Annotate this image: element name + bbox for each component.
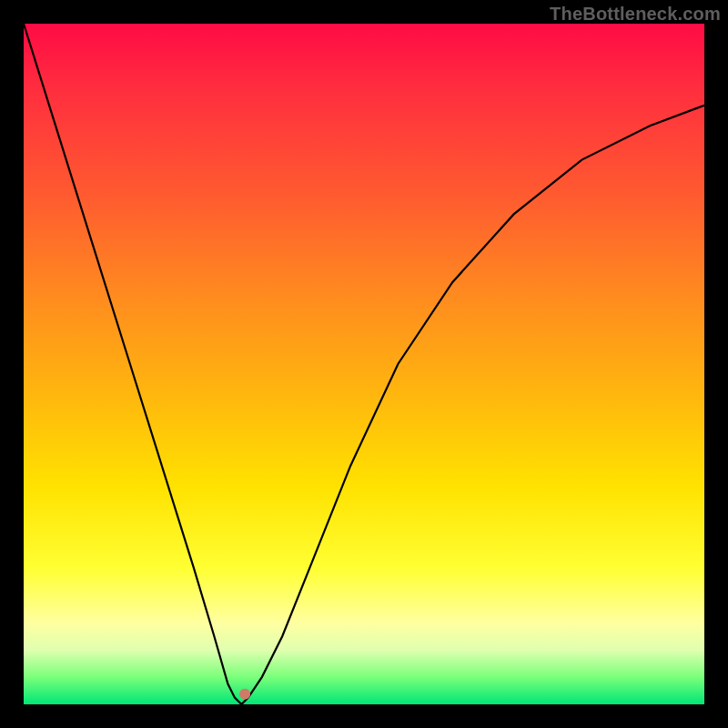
marker-dot [239,689,250,700]
chart-frame: TheBottleneck.com [0,0,728,728]
plot-area [24,24,704,704]
curve-layer [24,24,704,704]
watermark-text: TheBottleneck.com [550,4,721,25]
bottleneck-curve [24,24,704,704]
